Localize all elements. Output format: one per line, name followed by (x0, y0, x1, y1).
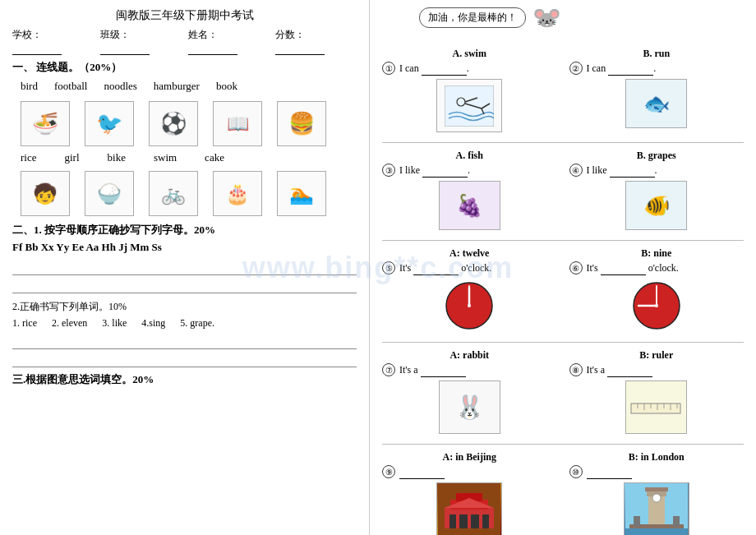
write-lines-1 (12, 261, 357, 293)
exam-title: 闽教版三年级下册期中考试 (12, 8, 357, 23)
img-girl: 🧒 (21, 171, 70, 216)
word-noodles: noodles (104, 80, 136, 93)
write-word-2: 2. eleven (52, 317, 87, 330)
q9-img-beijing (436, 482, 502, 535)
q9-line: ⑨ (382, 465, 557, 479)
opt-B-run: B. run (569, 48, 744, 60)
exercise-row-5: A: in Beijing ⑨ (382, 451, 744, 535)
opt-B-london: B: in London (569, 451, 744, 464)
svg-rect-38 (673, 516, 680, 527)
write-line-2a (12, 334, 357, 349)
q5-clock (443, 279, 496, 332)
exercise-row-1: A. swim ① I can . (382, 48, 744, 132)
name-label: 姓名： (188, 28, 266, 55)
write-word-4: 4.sing (141, 317, 165, 330)
q2-img: 🐟 (625, 79, 687, 128)
word-book: book (216, 80, 237, 93)
motivation-area: 加油，你是最棒的！ 🐭 (419, 4, 561, 31)
svg-rect-29 (482, 514, 489, 528)
q10-line: ⑩ (569, 465, 744, 479)
q1-line: ① I can . (382, 62, 557, 76)
words-write-row: 1. rice 2. eleven 3. like 4.sing 5. grap… (12, 317, 357, 330)
divider-3 (382, 342, 744, 343)
divider-1 (382, 142, 744, 143)
school-label: 学校： (12, 28, 90, 55)
right-panel: 加油，你是最棒的！ 🐭 A. swim ① I can . (370, 0, 756, 535)
opt-A-beijing: A: in Beijing (382, 451, 557, 464)
opt-A-rabbit: A: rabbit (382, 349, 557, 362)
exercise-col-3a: A: twelve ⑤ It's o'clock. (382, 247, 557, 332)
bottom-images-row: 🧒 🍚 🚲 🎂 🏊 (21, 171, 357, 216)
svg-rect-39 (625, 528, 688, 535)
write-word-5: 5. grape. (180, 317, 214, 330)
word-bike: bike (108, 151, 126, 164)
section2-sub2: 2.正确书写下列单词。10% (12, 300, 357, 314)
left-panel: 闽教版三年级下册期中考试 学校： 班级： 姓名： 分数： 一、 连线题。（20%… (0, 0, 370, 535)
q8-img (625, 380, 687, 434)
opt-A-fish: A. fish (382, 150, 557, 162)
q10-img-london (624, 482, 689, 535)
q3-img: 🍇 (439, 181, 500, 230)
svg-rect-14 (631, 404, 680, 413)
q9-num: ⑨ (382, 465, 395, 478)
q1-img (436, 79, 502, 132)
svg-point-35 (652, 494, 661, 502)
opt-A-swim: A. swim (382, 48, 557, 60)
img-noodle: 🍜 (21, 101, 70, 146)
exercise-col-3b: B: nine ⑥ It's o'clock. (569, 247, 744, 332)
school-line: 学校： 班级： 姓名： 分数： (12, 28, 357, 55)
class-label: 班级： (100, 28, 178, 55)
right-grid: A. swim ① I can . (382, 48, 744, 535)
q3-line: ③ I like . (382, 164, 557, 178)
opt-B-ruler: B: ruler (569, 349, 744, 362)
exercise-col-1b: B. run ② I can . 🐟 (569, 48, 744, 128)
swim-svg (445, 85, 494, 127)
opt-B-nine: B: nine (569, 247, 744, 260)
q4-img: 🐠 (625, 181, 687, 230)
speech-bubble: 加油，你是最棒的！ (419, 7, 526, 28)
top-images-row: 🍜 🐦 ⚽ 📖 🍔 (21, 101, 357, 146)
mouse-icon: 🐭 (532, 4, 561, 31)
svg-rect-26 (449, 514, 456, 528)
q7-img: 🐰 (439, 380, 500, 434)
score-label: 分数： (275, 28, 353, 55)
word-rice: rice (21, 151, 36, 164)
img-hamburger: 🍔 (277, 101, 326, 146)
write-word-3: 3. like (102, 317, 127, 330)
section3-header: 三.根据图意思选词填空。20% (12, 372, 357, 387)
img-bird: 🐦 (85, 101, 134, 146)
opt-A-twelve: A: twelve (382, 247, 557, 260)
word-girl: girl (64, 151, 79, 164)
write-word-1: 1. rice (12, 317, 37, 330)
svg-rect-34 (645, 487, 668, 491)
q5-line: ⑤ It's o'clock. (382, 261, 557, 275)
exercise-col-5b: B: in London ⑩ (569, 451, 744, 535)
q10-num: ⑩ (569, 465, 583, 478)
word-hamburger: hamburger (154, 80, 200, 93)
opt-B-grapes: B. grapes (569, 150, 744, 162)
q6-clock (629, 279, 683, 332)
exercise-col-4a: A: rabbit ⑦ It's a 🐰 (382, 349, 557, 434)
img-swim: 🏊 (277, 171, 326, 216)
write-line-2b (12, 353, 357, 367)
bottom-words-row: rice girl bike swim cake (21, 151, 357, 164)
exercise-col-2b: B. grapes ④ I like . 🐠 (569, 150, 744, 230)
divider-4 (382, 444, 744, 445)
write-line-1a (12, 261, 357, 275)
img-bike: 🚲 (149, 171, 198, 216)
svg-rect-37 (634, 516, 640, 527)
section1-header: 一、 连线题。（20%） (12, 60, 357, 75)
alphabet-row: Ff Bb Xx Yy Ee Aa Hh Jj Mm Ss (12, 241, 357, 254)
exercise-col-4b: B: ruler ⑧ It's a (569, 349, 744, 434)
top-words-row: bird football noodles hamburger book (21, 80, 357, 93)
exercise-row-2: A. fish ③ I like . 🍇 B. grapes ④ I like … (382, 150, 744, 230)
img-book: 📖 (213, 101, 262, 146)
section2: 二、1. 按字母顺序正确抄写下列字母。20% Ff Bb Xx Yy Ee Aa… (12, 223, 357, 367)
word-bird: bird (21, 80, 38, 93)
write-line-1b (12, 279, 357, 293)
svg-rect-28 (471, 514, 479, 528)
q6-line: ⑥ It's o'clock. (569, 261, 744, 275)
img-rice: 🍚 (85, 171, 134, 216)
exercise-row-3: A: twelve ⑤ It's o'clock. B: (382, 247, 744, 332)
exercise-col-5a: A: in Beijing ⑨ (382, 451, 557, 535)
